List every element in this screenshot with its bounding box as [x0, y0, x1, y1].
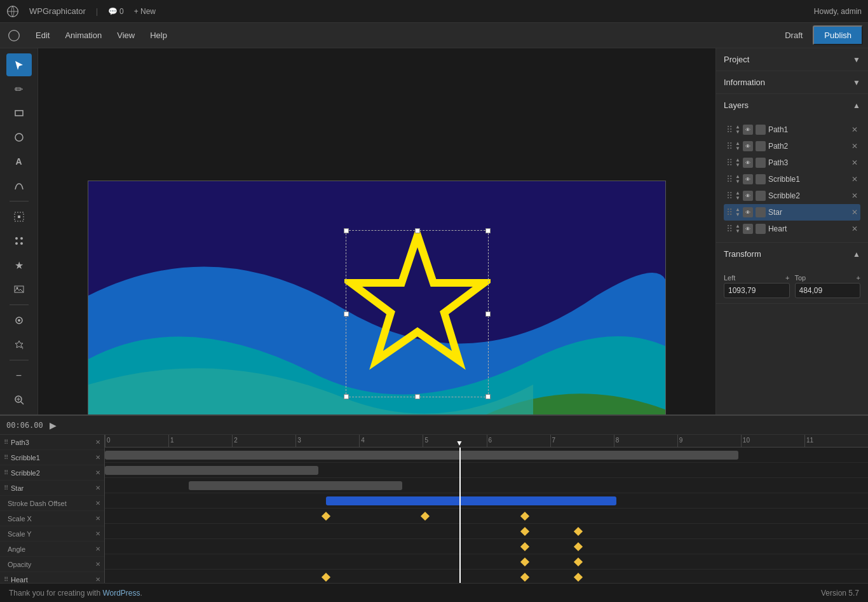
top-add-icon[interactable]: + — [857, 274, 860, 282]
ruler-label-5: 5 — [424, 437, 428, 444]
close-track-angle[interactable]: ✕ — [95, 545, 100, 552]
layer-visibility-icon[interactable]: 👁 — [743, 125, 753, 135]
layer-item-heart[interactable]: ⠿ ▲ ▼ 👁 Heart ✕ — [724, 221, 860, 237]
rect-tool[interactable] — [6, 102, 32, 125]
kf-scalex-2[interactable] — [574, 527, 583, 536]
new-button[interactable]: + New — [134, 7, 156, 16]
layer-visibility-icon[interactable]: 👁 — [743, 141, 753, 151]
wordpress-link[interactable]: WordPress — [102, 589, 140, 598]
layer-down-arrow[interactable]: ▼ — [735, 130, 740, 135]
layers-body: ⠿ ▲ ▼ 👁 Path1 ✕ ⠿ ▲ ▼ 👁 Path2 ✕ ⠿ ▲ ▼ 👁 … — [716, 116, 868, 242]
close-track-heart[interactable]: ✕ — [95, 576, 100, 583]
paint-tool[interactable] — [6, 333, 32, 356]
zoom-minus-tool[interactable]: − — [6, 364, 32, 387]
transform-header[interactable]: Transform ▲ — [716, 243, 868, 265]
layer-item-path2[interactable]: ⠿ ▲ ▼ 👁 Path2 ✕ — [724, 138, 860, 154]
bar-star — [326, 496, 616, 505]
timeline-header: 00:06.00 ▶ — [0, 416, 868, 435]
layers-header[interactable]: Layers ▲ — [716, 94, 868, 116]
layer-delete-icon[interactable]: ✕ — [851, 158, 858, 167]
layer-visibility-icon[interactable]: 👁 — [743, 224, 753, 234]
bar-path3 — [105, 451, 738, 460]
transform-body: Left + Top + — [716, 265, 868, 303]
left-input[interactable] — [724, 283, 790, 298]
layer-item-star[interactable]: ⠿ ▲ ▼ 👁 Star ✕ — [724, 204, 860, 221]
site-name[interactable]: WPGraphicator — [29, 6, 86, 16]
project-chevron: ▼ — [853, 55, 860, 64]
path-tool[interactable] — [6, 174, 32, 197]
layer-thumbnail — [756, 125, 766, 135]
publish-button[interactable]: Publish — [813, 25, 863, 45]
layer-visibility-icon[interactable]: 👁 — [743, 174, 753, 184]
layer-delete-icon[interactable]: ✕ — [851, 125, 858, 134]
star-tool[interactable]: ★ — [6, 254, 32, 277]
layer-down-arrow[interactable]: ▼ — [735, 179, 740, 184]
layer-delete-icon[interactable]: ✕ — [851, 142, 858, 151]
kf-angle-2[interactable] — [574, 558, 583, 566]
close-track-opacity[interactable]: ✕ — [95, 561, 100, 568]
animation-menu[interactable]: Animation — [58, 28, 108, 43]
play-button[interactable]: ▶ — [50, 420, 57, 430]
layer-delete-icon[interactable]: ✕ — [851, 224, 858, 233]
layer-arrows: ▲ ▼ — [735, 174, 740, 184]
track-row-opacity — [105, 570, 868, 583]
project-header[interactable]: Project ▼ — [716, 48, 868, 71]
notification[interactable]: 💬 0 — [108, 7, 124, 16]
transform-tool[interactable] — [6, 205, 32, 228]
kf-opacity-2[interactable] — [520, 573, 529, 582]
draft-button[interactable]: Draft — [777, 28, 810, 43]
kf-scaley-1[interactable] — [520, 542, 529, 551]
close-track-scalex[interactable]: ✕ — [95, 515, 100, 522]
layer-down-arrow[interactable]: ▼ — [735, 196, 740, 201]
kf-stroke-2[interactable] — [421, 512, 430, 521]
image-tool[interactable] — [6, 278, 32, 301]
tracks-container[interactable] — [105, 448, 868, 583]
layer-delete-icon[interactable]: ✕ — [851, 175, 858, 184]
kf-opacity-3[interactable] — [574, 573, 583, 582]
layer-delete-icon[interactable]: ✕ — [851, 191, 858, 200]
close-track-path3[interactable]: ✕ — [95, 439, 100, 446]
kf-scaley-2[interactable] — [574, 542, 583, 551]
kf-scalex-1[interactable] — [520, 527, 529, 536]
close-track-scribble1[interactable]: ✕ — [95, 454, 100, 461]
kf-stroke-1[interactable] — [322, 512, 330, 521]
kf-stroke-3[interactable] — [520, 512, 529, 521]
layer-item-path3[interactable]: ⠿ ▲ ▼ 👁 Path3 ✕ — [724, 154, 860, 171]
zoom-in-tool[interactable] — [6, 388, 32, 411]
fill-tool[interactable] — [6, 309, 32, 332]
node-tool[interactable] — [6, 229, 32, 252]
track-name-scalex: Scale X — [8, 515, 93, 523]
layer-item-scribble2[interactable]: ⠿ ▲ ▼ 👁 Scribble2 ✕ — [724, 188, 860, 204]
close-track-scribble2[interactable]: ✕ — [95, 469, 100, 476]
close-track-stroke[interactable]: ✕ — [95, 500, 100, 507]
layer-down-arrow[interactable]: ▼ — [735, 146, 740, 151]
information-section: Information ▼ — [716, 71, 868, 94]
kf-angle-1[interactable] — [520, 558, 529, 566]
drag-icon-s1: ⠿ — [4, 454, 8, 461]
help-menu[interactable]: Help — [144, 28, 173, 43]
layer-down-arrow[interactable]: ▼ — [735, 229, 740, 234]
left-add-icon[interactable]: + — [785, 274, 789, 282]
layer-item-scribble1[interactable]: ⠿ ▲ ▼ 👁 Scribble1 ✕ — [724, 171, 860, 188]
select-tool[interactable] — [6, 53, 32, 76]
layer-visibility-icon[interactable]: 👁 — [743, 158, 753, 168]
close-track-scaley[interactable]: ✕ — [95, 530, 100, 537]
pen-tool[interactable]: ✏ — [6, 78, 32, 100]
layer-name: Path3 — [768, 158, 849, 167]
layer-item-path1[interactable]: ⠿ ▲ ▼ 👁 Path1 ✕ — [724, 121, 860, 138]
track-name-star: Star — [11, 484, 93, 492]
kf-opacity-1[interactable] — [322, 573, 330, 582]
layer-visibility-icon[interactable]: 👁 — [743, 191, 753, 201]
layer-down-arrow[interactable]: ▼ — [735, 163, 740, 168]
layer-down-arrow[interactable]: ▼ — [735, 212, 740, 217]
ellipse-tool[interactable] — [6, 126, 32, 149]
timeline-area: 00:06.00 ▶ ⠿ Path3 ✕ ⠿ Scribble1 ✕ ⠿ Scr… — [0, 414, 868, 583]
layer-visibility-icon[interactable]: 👁 — [743, 207, 753, 217]
view-menu[interactable]: View — [111, 28, 141, 43]
top-input[interactable] — [795, 283, 861, 298]
edit-menu[interactable]: Edit — [29, 28, 56, 43]
text-tool[interactable]: A — [6, 150, 32, 173]
close-track-star[interactable]: ✕ — [95, 484, 100, 491]
information-header[interactable]: Information ▼ — [716, 71, 868, 93]
layer-delete-icon[interactable]: ✕ — [851, 208, 858, 217]
